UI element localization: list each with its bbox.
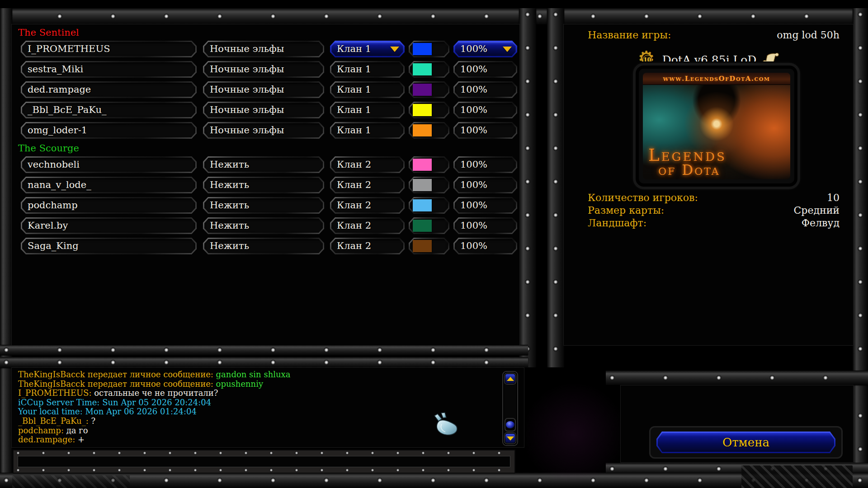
teams: The Sentinel I_PROMETHEUS Ночные эльфы К… — [21, 27, 519, 254]
game-name-label: Название игры: — [588, 29, 671, 42]
player-handicap-dropdown[interactable]: 100% — [453, 61, 517, 78]
triangle-up-icon — [507, 377, 514, 381]
player-color-swatch — [413, 84, 432, 96]
player-race-dropdown[interactable]: Ночные эльфы — [203, 61, 324, 78]
player-row: vechnobeli Нежить Клан 2 100% — [21, 156, 519, 173]
player-handicap-dropdown[interactable]: 100% — [453, 81, 517, 98]
player-color-dropdown[interactable] — [409, 197, 449, 214]
game-name-value: omg lod 50h — [777, 29, 840, 42]
player-handicap-dropdown[interactable]: 100% — [453, 197, 517, 214]
player-clan-dropdown[interactable]: Клан 1 — [330, 81, 405, 98]
player-race-dropdown[interactable]: Ночные эльфы — [203, 122, 324, 139]
player-handicap-dropdown[interactable]: 100% — [453, 217, 517, 234]
player-clan-dropdown[interactable]: Клан 1 — [330, 61, 405, 78]
player-handicap-dropdown[interactable]: 100% — [453, 41, 517, 57]
chat-line: Your local time: Mon Apr 06 2026 01:24:0… — [18, 407, 495, 417]
player-handicap-dropdown[interactable]: 100% — [453, 122, 517, 139]
chevron-down-icon — [390, 47, 399, 52]
frame-divider-bar-2 — [0, 357, 528, 368]
player-handicap-dropdown[interactable]: 100% — [453, 238, 517, 254]
player-clan-dropdown[interactable]: Клан 2 — [330, 156, 405, 173]
player-color-dropdown[interactable] — [409, 81, 449, 98]
player-color-dropdown[interactable] — [409, 177, 449, 193]
player-name-field: I_PROMETHEUS — [21, 41, 197, 57]
player-handicap-dropdown[interactable]: 100% — [453, 102, 517, 118]
player-handicap-dropdown[interactable]: 100% — [453, 156, 517, 173]
player-race-dropdown[interactable]: Ночные эльфы — [203, 102, 324, 118]
cancel-frame-top-bar — [606, 371, 868, 385]
player-color-swatch — [413, 179, 432, 191]
player-name-field: omg_loder-1 — [21, 122, 197, 139]
player-color-swatch — [413, 199, 432, 211]
player-clan-dropdown[interactable]: Клан 1 — [330, 102, 405, 118]
player-race-dropdown[interactable]: Нежить — [203, 238, 324, 254]
gauntlet-cursor-icon — [433, 412, 461, 440]
map-preview-image: www.LegendsOfDotA.com Legends of Dota — [636, 66, 797, 187]
frame-divider-bar-1 — [0, 345, 528, 355]
cancel-button[interactable]: Отмена — [656, 432, 835, 453]
terrain-value: Фелвуд — [802, 217, 840, 230]
player-color-swatch — [413, 159, 432, 171]
chat-input-frame — [13, 450, 515, 474]
scroll-thumb[interactable] — [505, 418, 516, 432]
players-count-badge: 10 — [642, 55, 652, 65]
player-color-swatch — [413, 240, 432, 252]
player-clan-dropdown[interactable]: Клан 2 — [330, 217, 405, 234]
player-race-dropdown[interactable]: Ночные эльфы — [203, 41, 324, 57]
terrain-label: Ландшафт: — [588, 217, 646, 230]
player-color-swatch — [413, 220, 432, 232]
player-name-field: vechnobeli — [21, 156, 197, 173]
player-race-dropdown[interactable]: Нежить — [203, 217, 324, 234]
chat-scrollbar[interactable] — [502, 371, 518, 446]
team-header: The Sentinel — [18, 27, 519, 39]
bottom-right-ornament — [741, 465, 853, 488]
player-row: Saga_King Нежить Клан 2 100% — [21, 238, 519, 254]
map-banner-url: www.LegendsOfDotA.com — [643, 73, 790, 85]
player-race-dropdown[interactable]: Нежить — [203, 156, 324, 173]
player-color-dropdown[interactable] — [409, 41, 449, 57]
team-header: The Scourge — [18, 142, 519, 155]
map-logo-text: Legends of Dota — [648, 147, 726, 177]
map-scroll-icon — [762, 52, 779, 67]
player-name-field: sestra_Miki — [21, 61, 197, 78]
player-color-swatch — [413, 43, 432, 55]
player-color-swatch — [413, 104, 432, 116]
player-race-dropdown[interactable]: Нежить — [203, 197, 324, 214]
chat-line: TheKingIsBacck передает личное сообщение… — [18, 370, 495, 380]
scroll-down-button[interactable] — [505, 433, 516, 444]
player-name-field: Karel.by — [21, 217, 197, 234]
scroll-track[interactable] — [505, 384, 516, 418]
player-clan-dropdown[interactable]: Клан 2 — [330, 197, 405, 214]
player-row: nana_v_lode_ Нежить Клан 2 100% — [21, 177, 519, 193]
chevron-down-icon — [503, 47, 512, 52]
player-color-dropdown[interactable] — [409, 61, 449, 78]
frame-left-edge — [0, 8, 12, 488]
player-name-field: Saga_King — [21, 238, 197, 254]
chat-line: I_PROMETHEUS: остальные че не прочитали? — [18, 389, 495, 398]
chat-line: podchamp: да го — [18, 426, 495, 436]
player-color-dropdown[interactable] — [409, 217, 449, 234]
player-color-swatch — [413, 63, 432, 75]
player-handicap-dropdown[interactable]: 100% — [453, 177, 517, 193]
map-title: DotA v6.85i LoD — [662, 53, 757, 66]
player-row: podchamp Нежить Клан 2 100% — [21, 197, 519, 214]
player-clan-dropdown[interactable]: Клан 1 — [330, 122, 405, 139]
chat-line: _Bbl_BcE_PaKu_: ? — [18, 417, 495, 426]
player-name-field: podchamp — [21, 197, 197, 214]
player-color-dropdown[interactable] — [409, 156, 449, 173]
player-clan-dropdown[interactable]: Клан 2 — [330, 238, 405, 254]
chat-input[interactable] — [18, 456, 510, 467]
player-row: sestra_Miki Ночные эльфы Клан 1 100% — [21, 61, 519, 78]
player-race-dropdown[interactable]: Нежить — [203, 177, 324, 193]
player-name-field: _Bbl_BcE_PaKu_ — [21, 102, 197, 118]
player-color-dropdown[interactable] — [409, 122, 449, 139]
player-clan-dropdown[interactable]: Клан 1 — [330, 41, 405, 57]
player-clan-dropdown[interactable]: Клан 2 — [330, 177, 405, 193]
player-color-dropdown[interactable] — [409, 102, 449, 118]
chat-panel: TheKingIsBacck передает личное сообщение… — [11, 367, 524, 448]
scroll-up-button[interactable] — [505, 373, 516, 384]
player-row: omg_loder-1 Ночные эльфы Клан 1 100% — [21, 122, 519, 139]
player-race-dropdown[interactable]: Ночные эльфы — [203, 81, 324, 98]
game-info-panel: Название игры: omg lod 50h ⚙ 10 DotA v6.… — [563, 24, 854, 346]
player-color-dropdown[interactable] — [409, 238, 449, 254]
